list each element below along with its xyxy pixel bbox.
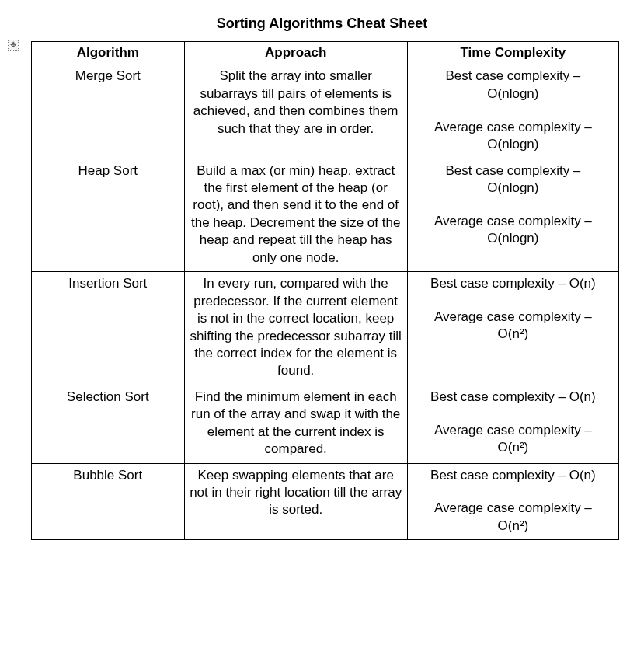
spacer [413, 293, 614, 309]
header-approach: Approach [184, 42, 407, 64]
cell-complexity: Best case complexity – O(n) Average case… [407, 272, 618, 385]
spacer [413, 406, 614, 421]
algorithms-table: Algorithm Approach Time Complexity Merge… [31, 41, 619, 540]
table-wrap: ✥ Algorithm Approach Time Complexity Mer… [31, 41, 619, 540]
table-row: Merge Sort Split the array into smaller … [32, 64, 619, 159]
cell-algorithm: Bubble Sort [32, 463, 185, 540]
avg-label: Average case complexity – [413, 422, 614, 439]
table-row: Bubble Sort Keep swapping elements that … [32, 463, 619, 540]
cell-complexity: Best case complexity – O(n) Average case… [407, 463, 618, 540]
avg-label: Average case complexity – [413, 119, 614, 136]
best-label: Best case complexity – O(n) [413, 275, 614, 292]
cell-complexity: Best case complexity – O(nlogn) Average … [407, 64, 618, 159]
header-complexity: Time Complexity [407, 42, 618, 64]
best-label: Best case complexity – [413, 68, 614, 85]
avg-value: O(n²) [413, 518, 614, 535]
best-label: Best case complexity – [413, 162, 614, 180]
cell-algorithm: Merge Sort [32, 64, 185, 159]
avg-value: O(n²) [413, 439, 614, 456]
table-row: Heap Sort Build a max (or min) heap, ext… [32, 159, 619, 272]
cell-approach: Find the minimum element in each run of … [184, 385, 407, 463]
table-header-row: Algorithm Approach Time Complexity [32, 42, 619, 64]
page-title: Sorting Algorithms Cheat Sheet [25, 16, 619, 32]
cell-complexity: Best case complexity – O(n) Average case… [407, 385, 618, 463]
cell-approach: In every run, compared with the predeces… [184, 272, 407, 385]
table-row: Insertion Sort In every run, compared wi… [32, 272, 619, 385]
best-value: O(nlogn) [413, 180, 614, 197]
best-label: Best case complexity – O(n) [413, 389, 614, 406]
cell-approach: Build a max (or min) heap, extract the f… [184, 159, 407, 272]
avg-value: O(nlogn) [413, 230, 614, 247]
cell-approach: Split the array into smaller subarrays t… [184, 64, 407, 159]
avg-value: O(n²) [413, 326, 614, 343]
spacer [413, 197, 614, 212]
header-algorithm: Algorithm [32, 42, 185, 64]
avg-label: Average case complexity – [413, 500, 614, 517]
best-value: O(nlogn) [413, 85, 614, 103]
cell-algorithm: Insertion Sort [32, 272, 185, 385]
cell-algorithm: Selection Sort [32, 385, 185, 463]
cell-approach: Keep swapping elements that are not in t… [184, 463, 407, 540]
cell-algorithm: Heap Sort [32, 159, 185, 272]
avg-label: Average case complexity – [413, 213, 614, 230]
best-label: Best case complexity – O(n) [413, 467, 614, 484]
cell-complexity: Best case complexity – O(nlogn) Average … [407, 159, 618, 272]
table-row: Selection Sort Find the minimum element … [32, 385, 619, 463]
avg-value: O(nlogn) [413, 136, 614, 153]
spacer [413, 103, 614, 118]
spacer [413, 484, 614, 500]
table-anchor-icon[interactable]: ✥ [8, 40, 19, 51]
avg-label: Average case complexity – [413, 309, 614, 326]
